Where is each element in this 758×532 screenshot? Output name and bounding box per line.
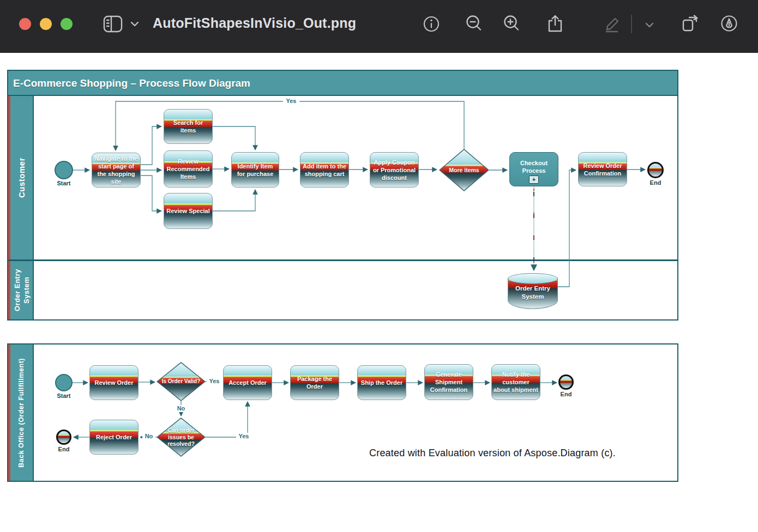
task-review-order: Review Order [89, 365, 139, 400]
edge-label-no-valid: No [175, 405, 188, 412]
gateway-is-order-valid: Is Order Valid? [157, 362, 206, 401]
diagram-upper-frame: E-Commerce Shopping – Process Flow Diagr… [7, 70, 678, 321]
zoom-in-button[interactable] [502, 14, 521, 33]
start-event-lower [55, 374, 73, 391]
diagram-lower-frame: Back Office (Order Fullfillment) [7, 343, 678, 482]
subprocess-checkout-label: Checkout Process [510, 159, 558, 174]
sidebar-toggle-button[interactable] [103, 15, 123, 33]
lane-divider [8, 259, 677, 261]
end-event-upper [647, 162, 664, 178]
edge-label-yes-valid: Yes [207, 378, 222, 385]
maximize-button[interactable] [61, 18, 73, 30]
edge-label-yes-resolve: Yes [236, 433, 251, 440]
subprocess-checkout: Checkout Process + [509, 152, 558, 186]
gateway-can-resolve: Can order issues be resolved? [157, 418, 206, 457]
evaluation-watermark: Created with Evaluation version of Aspos… [369, 448, 616, 459]
markup-pencil-icon[interactable] [602, 14, 622, 33]
zoom-out-button[interactable] [465, 14, 483, 33]
start-event-upper [55, 161, 73, 179]
lane-order-entry-label: Order Entry System [13, 261, 31, 319]
task-search-items: Search for items [164, 109, 213, 144]
chevron-down-icon[interactable] [130, 21, 140, 27]
task-review-recommended: Review Recommended Items [164, 150, 213, 188]
task-apply-coupon: Apply Coupon or Promotional discount [370, 152, 419, 188]
lane-customer-label: Customer [17, 158, 26, 198]
window-titlebar: AutoFitShapesInVisio_Out.png [0, 0, 758, 53]
end-event-lower-right [558, 374, 574, 390]
subprocess-plus-marker: + [529, 176, 539, 184]
end-event-lower-right-label: End [557, 391, 575, 397]
end-event-lower-left-label: End [55, 446, 73, 452]
preview-window: AutoFitShapesInVisio_Out.png [0, 0, 758, 532]
markup-chevron-down-icon[interactable] [645, 22, 654, 28]
start-event-upper-label: Start [52, 180, 76, 186]
task-reject-order: Reject Order [89, 420, 139, 455]
edge-label-yes-loop: Yes [283, 98, 299, 105]
datastore-order-entry-system: Order Entry System [508, 273, 558, 309]
task-add-item: Add item to the shopping cart [300, 152, 349, 188]
datastore-label: Order Entry System [508, 285, 558, 301]
toolbar-divider [631, 15, 632, 33]
task-generate-shipment: Generate Shipment Confirmation [424, 364, 473, 400]
task-notify-customer: Notify the customer about shipment [491, 364, 540, 400]
task-ship-order: Ship the Order [357, 365, 406, 400]
minimize-button[interactable] [40, 18, 52, 30]
lane-back-office: Back Office (Order Fullfillment) [8, 344, 34, 481]
share-button[interactable] [546, 14, 564, 33]
diagram-title: E-Commerce Shopping – Process Flow Diagr… [8, 71, 677, 96]
lane-customer: Customer [8, 96, 34, 259]
info-button[interactable] [423, 15, 440, 33]
gateway-can-resolve-label: Can order issues be resolved? [158, 419, 204, 456]
datastore-top [508, 273, 558, 284]
end-event-upper-label: End [646, 179, 665, 186]
end-event-lower-left [56, 430, 71, 445]
close-button[interactable] [19, 18, 31, 30]
connectors-upper [8, 71, 677, 319]
task-accept-order: Accept Order [223, 365, 272, 400]
window-title: AutoFitShapesInVisio_Out.png [153, 15, 356, 31]
task-navigate: Navigate to the start page of the shoppi… [92, 153, 141, 188]
task-review-special: Review Special [164, 193, 213, 229]
gateway-more-items-label: More items [440, 150, 488, 190]
lane-back-office-label: Back Office (Order Fullfillment) [17, 358, 26, 468]
rotate-button[interactable] [680, 13, 701, 34]
gateway-is-order-valid-label: Is Order Valid? [158, 363, 204, 400]
task-package-order: Package the Order [290, 365, 339, 400]
gateway-more-items: More items [439, 149, 489, 191]
edge-label-no-resolve: No [142, 433, 155, 440]
task-review-order-confirmation: Review Order Confirmation [578, 152, 627, 186]
start-event-lower-label: Start [53, 392, 75, 399]
task-identify-item: Identify Item for purchase [231, 152, 279, 188]
pen-nib-icon[interactable] [720, 14, 738, 33]
lane-order-entry-system: Order Entry System [8, 261, 34, 319]
